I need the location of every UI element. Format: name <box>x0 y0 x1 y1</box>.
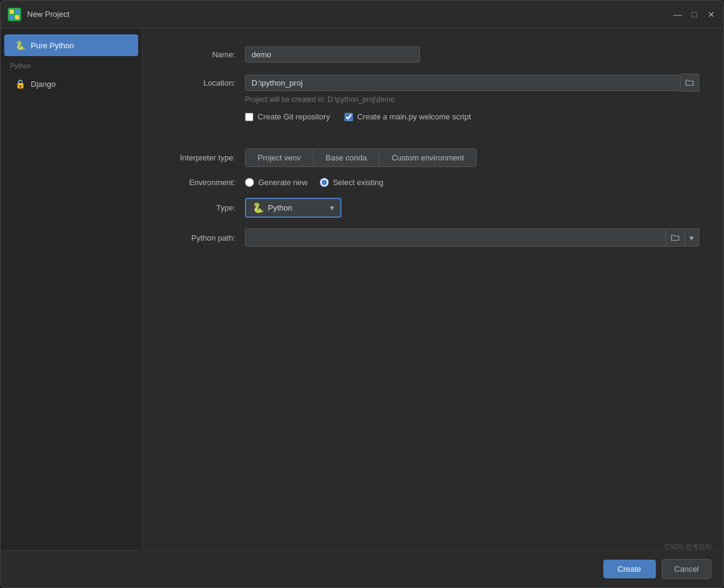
python-path-row: Python path: ▾ <box>167 229 699 247</box>
create-main-checkbox[interactable] <box>345 113 353 121</box>
create-main-label[interactable]: Create a main.py welcome script <box>345 112 471 121</box>
close-button[interactable]: ✕ <box>707 10 716 19</box>
dropdown-arrow-icon: ▾ <box>330 203 334 212</box>
python-path-input[interactable] <box>245 229 666 247</box>
project-type-sidebar: 🐍 Pure Python Python 🔒 Django <box>1 28 142 550</box>
main-panel: Name: demo Location: D:\python_proj Proj… <box>142 28 723 550</box>
cancel-button[interactable]: Cancel <box>662 559 711 579</box>
select-existing-label: Select existing <box>333 178 384 187</box>
environment-radio-group: Generate new Select existing <box>245 178 384 187</box>
svg-rect-0 <box>10 10 14 14</box>
type-label: Type: <box>167 203 245 212</box>
title-bar: New Project — □ ✕ <box>1 1 723 28</box>
app-icon <box>8 8 21 21</box>
select-existing-option[interactable]: Select existing <box>320 178 384 187</box>
new-project-dialog: New Project — □ ✕ 🐍 Pure Python Python 🔒… <box>0 0 724 588</box>
tab-base-conda[interactable]: Base conda <box>314 149 380 166</box>
location-input-wrap: D:\python_proj <box>245 74 699 92</box>
generate-new-radio[interactable] <box>245 178 254 187</box>
select-existing-radio[interactable] <box>320 178 329 187</box>
watermark: CSDN @考拉AI <box>664 542 711 551</box>
generate-new-label: Generate new <box>258 178 308 187</box>
name-row: Name: demo <box>167 46 699 63</box>
minimize-button[interactable]: — <box>673 10 682 19</box>
environment-row: Environment: Generate new Select existin… <box>167 178 699 187</box>
svg-rect-1 <box>15 10 19 14</box>
type-dropdown[interactable]: 🐍 Python ▾ <box>245 198 341 218</box>
type-row: Type: 🐍 Python ▾ <box>167 198 699 218</box>
checkboxes-row: Create Git repository Create a main.py w… <box>245 112 699 121</box>
create-git-checkbox[interactable] <box>245 113 253 121</box>
sidebar-label-django: Django <box>31 80 56 89</box>
location-folder-button[interactable] <box>681 74 699 92</box>
sidebar-category-python: Python <box>1 57 142 72</box>
maximize-button[interactable]: □ <box>690 10 699 19</box>
sidebar-item-django[interactable]: 🔒 Django <box>4 73 138 95</box>
interpreter-type-row: Interpreter type: Project venv Base cond… <box>167 148 699 167</box>
python-path-folder-button[interactable] <box>666 229 685 247</box>
python-path-input-wrap: ▾ <box>245 229 699 247</box>
create-git-label[interactable]: Create Git repository <box>245 112 330 121</box>
location-label: Location: <box>167 78 245 87</box>
create-button[interactable]: Create <box>603 560 656 578</box>
python-dropdown-icon: 🐍 <box>252 202 264 213</box>
tab-project-venv[interactable]: Project venv <box>246 149 314 166</box>
name-input[interactable]: demo <box>245 46 420 63</box>
svg-rect-3 <box>15 15 19 19</box>
window-title: New Project <box>27 10 673 19</box>
window-controls: — □ ✕ <box>673 10 716 19</box>
environment-label: Environment: <box>167 178 245 187</box>
location-row: Location: D:\python_proj <box>167 74 699 92</box>
sidebar-item-pure-python[interactable]: 🐍 Pure Python <box>4 34 138 56</box>
interpreter-label: Interpreter type: <box>167 153 245 162</box>
svg-rect-2 <box>10 15 14 19</box>
type-value: Python <box>268 203 292 212</box>
path-folder-icon <box>671 234 679 241</box>
footer: Create Cancel <box>1 550 723 587</box>
location-input[interactable]: D:\python_proj <box>245 75 681 91</box>
folder-icon <box>685 79 694 86</box>
python-path-label: Python path: <box>167 233 245 242</box>
name-label: Name: <box>167 50 245 59</box>
tab-custom-environment[interactable]: Custom environment <box>379 149 476 166</box>
dialog-content: 🐍 Pure Python Python 🔒 Django Name: demo… <box>1 28 723 550</box>
interpreter-tab-group: Project venv Base conda Custom environme… <box>245 148 477 167</box>
path-dropdown-arrow: ▾ <box>690 233 694 242</box>
location-hint: Project will be created in: D:\python_pr… <box>245 95 699 104</box>
django-icon: 🔒 <box>14 78 26 90</box>
python-path-dropdown-button[interactable]: ▾ <box>685 229 699 247</box>
sidebar-label-pure-python: Pure Python <box>31 41 74 50</box>
generate-new-option[interactable]: Generate new <box>245 178 308 187</box>
pure-python-icon: 🐍 <box>14 39 26 51</box>
divider <box>167 136 699 136</box>
